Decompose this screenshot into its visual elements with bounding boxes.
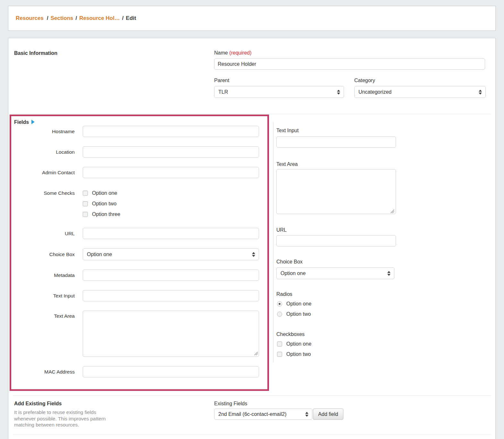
column-divider xyxy=(273,122,273,363)
text-area-wrap xyxy=(83,311,259,357)
field-row-hostname: Hostname xyxy=(13,126,259,137)
checkbox-label[interactable]: Option two xyxy=(286,351,311,357)
url-label: URL xyxy=(13,228,83,239)
rc-text-input-label: Text Input xyxy=(276,128,298,133)
rc-text-area-label: Text Area xyxy=(276,161,298,167)
checkbox[interactable] xyxy=(83,212,88,217)
rc-choice-box-label: Choice Box xyxy=(276,259,303,265)
some-checks-label: Some Checks xyxy=(13,188,83,198)
hostname-input[interactable] xyxy=(83,126,259,137)
text-area-label: Text Area xyxy=(13,311,83,321)
category-label: Category xyxy=(354,78,375,83)
expand-triangle-icon[interactable] xyxy=(31,120,35,124)
text-input-label: Text Input xyxy=(13,290,83,301)
checkbox[interactable] xyxy=(83,201,88,206)
required-note: (required) xyxy=(229,50,251,56)
mac-address-input[interactable] xyxy=(83,366,259,377)
field-row-location: Location xyxy=(13,146,259,158)
checkbox-option: Option two xyxy=(83,198,120,209)
checkbox[interactable] xyxy=(277,341,282,347)
some-checks-group: Option one Option two Option three xyxy=(83,188,120,220)
field-row-metadata: Metadata xyxy=(13,270,259,281)
breadcrumb: Resources/Sections/Resource Hol…/Edit xyxy=(16,15,136,22)
breadcrumb-link-sections[interactable]: Sections xyxy=(51,15,73,21)
checkboxes-group: Option one Option two xyxy=(277,340,311,360)
text-input-field[interactable] xyxy=(83,290,259,301)
rc-text-area-field[interactable] xyxy=(276,169,396,214)
mac-address-label: MAC Address xyxy=(13,366,83,377)
section-divider xyxy=(13,395,491,396)
breadcrumb-separator: / xyxy=(47,15,48,21)
radio-label[interactable]: Option one xyxy=(286,301,311,307)
location-input[interactable] xyxy=(83,146,259,158)
main-card: Basic Information Name (required) Parent… xyxy=(8,38,496,439)
radio-label[interactable]: Option two xyxy=(286,311,311,317)
field-row-text-input: Text Input xyxy=(13,290,259,301)
checkbox-option: Option three xyxy=(83,209,120,220)
checkbox[interactable] xyxy=(277,352,282,357)
select-arrows-icon xyxy=(252,252,255,257)
fields-heading: Fields xyxy=(14,119,35,125)
breadcrumb-link-resources[interactable]: Resources xyxy=(16,15,44,21)
section-divider xyxy=(13,114,491,114)
category-select[interactable]: Uncategorized xyxy=(354,86,486,98)
metadata-label: Metadata xyxy=(13,270,83,281)
radio-button[interactable] xyxy=(277,301,282,306)
breadcrumb-separator: / xyxy=(76,15,77,21)
parent-label: Parent xyxy=(214,78,229,83)
checkbox-label[interactable]: Option one xyxy=(286,341,311,347)
breadcrumb-current: Edit xyxy=(126,15,136,21)
checkboxes-label: Checkboxes xyxy=(276,331,305,337)
field-row-some-checks: Some Checks Option one Option two Option… xyxy=(13,188,120,220)
section-heading-basic-information: Basic Information xyxy=(14,50,57,56)
breadcrumb-separator: / xyxy=(122,15,124,21)
checkbox-option: Option one xyxy=(83,188,120,198)
radios-group: Option one Option two xyxy=(277,300,311,320)
field-row-mac-address: MAC Address xyxy=(13,366,259,377)
existing-fields-label: Existing Fields xyxy=(214,401,247,407)
checkbox-label[interactable]: Option one xyxy=(92,190,117,196)
name-input[interactable] xyxy=(214,58,485,70)
select-arrows-icon xyxy=(387,271,391,276)
text-area-field[interactable] xyxy=(83,311,259,357)
choice-box-label: Choice Box xyxy=(13,248,83,260)
select-arrows-icon xyxy=(479,90,482,94)
checkbox[interactable] xyxy=(83,191,88,196)
existing-fields-select[interactable]: 2nd Email (6c-contact-email2) xyxy=(214,409,312,420)
section-divider xyxy=(13,434,491,435)
radios-label: Radios xyxy=(276,291,292,297)
field-row-choice-box: Choice Box Option one xyxy=(13,248,259,260)
rc-url-label: URL xyxy=(276,227,287,233)
add-field-button[interactable]: Add field xyxy=(313,409,343,420)
breadcrumb-link-parent[interactable]: Resource Hol… xyxy=(79,15,120,21)
rc-text-input-field[interactable] xyxy=(276,136,396,148)
header-card: Resources/Sections/Resource Hol…/Edit xyxy=(8,6,496,31)
name-label: Name (required) xyxy=(214,50,252,56)
select-arrows-icon xyxy=(337,90,340,94)
checkbox-label[interactable]: Option three xyxy=(92,211,120,217)
choice-box-select[interactable]: Option one xyxy=(83,248,259,260)
metadata-input[interactable] xyxy=(83,270,259,281)
checkbox-option: Option one xyxy=(277,340,311,348)
checkbox-label[interactable]: Option two xyxy=(92,201,116,207)
field-row-text-area: Text Area xyxy=(13,311,259,357)
url-input[interactable] xyxy=(83,228,259,239)
rc-url-input[interactable] xyxy=(276,235,396,246)
radio-option: Option one xyxy=(277,300,311,308)
add-existing-description: It is preferable to reuse existing field… xyxy=(14,409,130,428)
hostname-label: Hostname xyxy=(13,126,83,137)
location-label: Location xyxy=(13,146,83,158)
field-row-admin-contact: Admin Contact xyxy=(13,167,259,178)
radio-option: Option two xyxy=(277,310,311,318)
checkbox-option: Option two xyxy=(277,350,311,358)
radio-button[interactable] xyxy=(277,312,282,317)
admin-contact-input[interactable] xyxy=(83,167,259,178)
select-arrows-icon xyxy=(305,412,308,417)
add-existing-heading: Add Existing Fields xyxy=(14,401,62,407)
field-row-url: URL xyxy=(13,228,259,239)
admin-contact-label: Admin Contact xyxy=(13,167,83,178)
rc-choice-box-select[interactable]: Option one xyxy=(276,267,394,279)
page: Resources/Sections/Resource Hol…/Edit Ba… xyxy=(0,0,504,439)
parent-select[interactable]: TLR xyxy=(214,86,344,98)
